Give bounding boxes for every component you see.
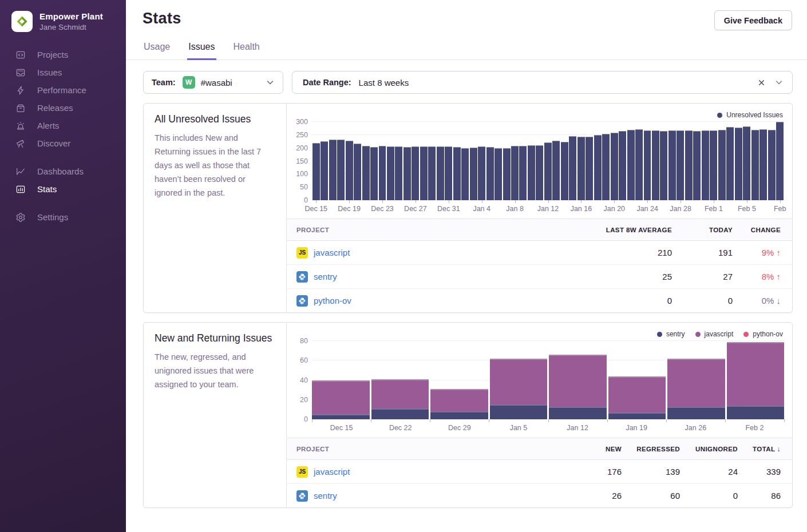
bar <box>668 130 676 200</box>
x-axis-label: Dec 15 <box>330 424 353 432</box>
x-axis-label: Feb 5 <box>738 205 756 213</box>
releases-icon <box>15 103 26 113</box>
sidebar-item-label: Settings <box>37 212 68 222</box>
plot-area <box>312 341 784 419</box>
value-cell: 24 <box>680 467 738 477</box>
team-filter[interactable]: Team: W #wasabi <box>143 71 283 94</box>
project-link[interactable]: sentry <box>314 491 337 501</box>
project-cell: sentry <box>287 490 564 502</box>
sidebar-nav: ProjectsIssuesPerformanceReleasesAlertsD… <box>0 46 126 226</box>
value-cell: 0 <box>680 491 738 501</box>
bar <box>702 130 709 200</box>
project-link[interactable]: python-ov <box>314 296 351 305</box>
table-header: PROJECTLAST 8W AVERAGETODAYCHANGE <box>287 219 792 241</box>
tab-usage[interactable]: Usage <box>143 37 171 60</box>
value-cell: 27 <box>672 272 733 281</box>
value-cell: 26 <box>564 491 622 501</box>
sidebar-item-alerts[interactable]: Alerts <box>0 117 126 134</box>
legend-dot-icon <box>695 332 701 337</box>
bar <box>594 135 602 200</box>
bar <box>693 131 701 200</box>
bar <box>776 122 784 200</box>
bar <box>552 141 560 200</box>
tab-issues[interactable]: Issues <box>187 37 216 60</box>
stacked-bar <box>430 341 488 419</box>
panel-new-and-returning-issues: New and Returning Issues The new, regres… <box>143 322 793 508</box>
bar <box>362 146 370 200</box>
bar <box>577 137 585 200</box>
sidebar-item-releases[interactable]: Releases <box>0 99 126 117</box>
column-header-project: PROJECT <box>287 227 575 233</box>
change-cell: 8% ↑ <box>733 272 792 281</box>
project-link[interactable]: javascript <box>314 248 350 257</box>
bar <box>759 129 767 200</box>
page-title: Stats <box>143 10 181 27</box>
x-axis-label: Dec 22 <box>389 424 412 432</box>
x-tick <box>449 200 449 203</box>
bar <box>412 146 419 200</box>
x-tick <box>489 419 489 422</box>
project-link[interactable]: javascript <box>314 467 350 477</box>
column-header-last-8w-average: LAST 8W AVERAGE <box>575 227 672 233</box>
bar <box>379 146 386 200</box>
bar <box>569 136 576 200</box>
stacked-bar <box>727 341 785 419</box>
x-axis-label: Jan 20 <box>604 205 626 213</box>
segment-sentry <box>490 404 548 419</box>
new-returning-issues-chart: sentryjavascriptpython-ov020406080Dec 15… <box>287 323 792 438</box>
legend-item-unresolved-issues[interactable]: Unresolved Issues <box>717 111 783 119</box>
y-axis-label: 150 <box>296 157 308 165</box>
bar <box>644 130 651 200</box>
give-feedback-button[interactable]: Give Feedback <box>714 10 792 30</box>
sidebar-item-label: Alerts <box>37 121 59 130</box>
y-axis-label: 80 <box>300 337 308 345</box>
column-header-total[interactable]: TOTAL↓ <box>738 445 792 453</box>
legend-item-python-ov[interactable]: python-ov <box>743 330 783 338</box>
x-tick <box>515 200 516 203</box>
bar <box>354 144 361 200</box>
x-axis-label: Dec 27 <box>404 205 427 213</box>
x-axis: Dec 15Dec 22Dec 29Jan 5Jan 12Jan 19Jan 2… <box>312 419 784 435</box>
date-range-filter[interactable]: Date Range: Last 8 weeks <box>292 71 793 94</box>
sidebar-item-performance[interactable]: Performance <box>0 81 126 99</box>
sidebar-item-stats[interactable]: Stats <box>0 180 126 198</box>
x-tick <box>371 419 371 422</box>
segment-javascript <box>608 376 666 412</box>
x-tick <box>548 419 549 422</box>
x-axis: Dec 15Dec 19Dec 23Dec 27Dec 31Jan 4Jan 8… <box>312 200 784 216</box>
sort-desc-icon: ↓ <box>777 445 781 453</box>
sidebar-section: Settings <box>0 208 126 226</box>
sidebar-item-settings[interactable]: Settings <box>0 208 126 226</box>
value-cell: 60 <box>622 491 680 501</box>
legend-item-sentry[interactable]: sentry <box>657 330 685 338</box>
date-range-label: Date Range: <box>303 78 351 87</box>
table-header: PROJECTNEWREGRESSEDUNIGNOREDTOTAL↓ <box>287 438 792 460</box>
x-axis-label: Dec 29 <box>448 424 471 432</box>
segment-sentry <box>667 407 725 419</box>
sidebar-item-issues[interactable]: Issues <box>0 63 126 81</box>
python-icon <box>296 490 308 502</box>
x-axis-label: Jan 5 <box>510 424 528 432</box>
x-tick <box>581 200 581 203</box>
stacked-bar-series <box>312 341 784 419</box>
legend-label: python-ov <box>753 330 783 338</box>
bar <box>495 148 502 200</box>
y-axis-label: 60 <box>300 356 308 364</box>
sidebar-item-label: Projects <box>37 50 68 59</box>
bar <box>461 148 469 200</box>
org-user: Jane Schmidt <box>39 23 103 31</box>
column-header-today: TODAY <box>672 227 733 233</box>
sidebar-item-projects[interactable]: Projects <box>0 46 126 63</box>
org-name: Empower Plant <box>39 11 103 21</box>
legend-item-javascript[interactable]: javascript <box>695 330 734 338</box>
sidebar-item-dashboards[interactable]: Dashboards <box>0 162 126 180</box>
x-axis-label: Feb <box>774 205 786 213</box>
value-cell: 0 <box>672 296 733 305</box>
sidebar-item-discover[interactable]: Discover <box>0 134 126 152</box>
clear-icon[interactable] <box>756 77 766 88</box>
bar <box>635 129 643 200</box>
org-switcher[interactable]: Empower Plant Jane Schmidt <box>0 0 126 46</box>
tab-health[interactable]: Health <box>232 37 261 60</box>
project-link[interactable]: sentry <box>314 272 337 281</box>
content: Team: W #wasabi Date Range: Last 8 weeks <box>126 60 807 508</box>
